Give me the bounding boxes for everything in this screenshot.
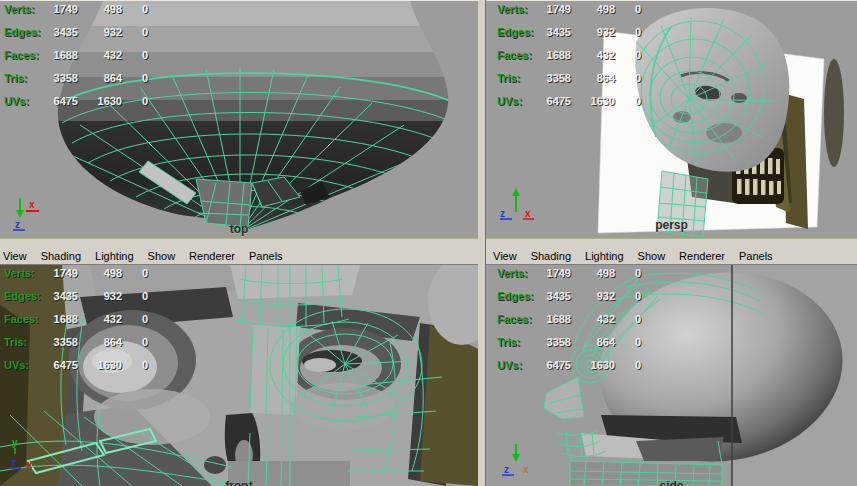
hud-value: 0: [623, 290, 641, 313]
axis-gizmo-persp: z x: [498, 186, 538, 222]
hud-row: UVs:647516300: [493, 95, 641, 118]
svg-text:x: x: [525, 208, 531, 219]
hud-value: 0: [623, 359, 641, 382]
menu-item-renderer[interactable]: Renderer: [182, 249, 242, 263]
hud-value: 1688: [52, 313, 78, 336]
svg-text:x: x: [523, 464, 529, 475]
menu-item-shading[interactable]: Shading: [524, 249, 578, 263]
hud-label: Faces:: [0, 313, 44, 336]
svg-text:z: z: [504, 464, 509, 475]
hud-value: 3435: [52, 290, 78, 313]
menu-item-panels[interactable]: Panels: [732, 249, 780, 263]
menu-item-panels[interactable]: Panels: [242, 249, 290, 263]
hud-value: 0: [130, 72, 148, 95]
hud-value: 932: [86, 26, 122, 49]
hud-value: 932: [86, 290, 122, 313]
hud-value: 0: [623, 26, 641, 49]
hud-row: Tris:33588640: [493, 336, 641, 359]
hud-label: Edges:: [493, 290, 537, 313]
hud-value: 0: [130, 95, 148, 118]
hud-row: Edges:34359320: [0, 26, 148, 49]
hud-row: Faces:16884320: [0, 49, 148, 72]
menu-item-view[interactable]: View: [486, 249, 524, 263]
menu-item-lighting[interactable]: Lighting: [578, 249, 631, 263]
hud-value: 0: [130, 3, 148, 26]
hud-value: 1630: [86, 359, 122, 382]
view-label-side: side: [486, 479, 857, 486]
hud-value: 0: [130, 267, 148, 290]
hud-value: 1749: [52, 3, 78, 26]
viewport-panel-front[interactable]: ViewShadingLightingShowRendererPanels: [0, 248, 478, 486]
svg-text:y: y: [12, 437, 18, 448]
panel-menubar: ViewShadingLightingShowRendererPanels: [0, 248, 478, 265]
hud-row: Tris:33588640: [0, 72, 148, 95]
hud-value: 0: [130, 290, 148, 313]
hud-row: UVs:647516300: [0, 95, 148, 118]
hud-row: Verts:17494980: [0, 3, 148, 26]
hud-value: 1630: [86, 95, 122, 118]
hud-label: Faces:: [493, 49, 537, 72]
hud-value: 864: [579, 72, 615, 95]
svg-text:z: z: [11, 457, 16, 468]
hud-row: Faces:16884320: [0, 313, 148, 336]
menu-item-renderer[interactable]: Renderer: [672, 249, 732, 263]
hud-row: Verts:17494980: [493, 3, 641, 26]
hud-value: 3358: [52, 336, 78, 359]
axis-gizmo-top: x z: [6, 194, 46, 232]
hud-row: Verts:17494980: [493, 267, 641, 290]
hud-value: 3435: [545, 290, 571, 313]
hud-label: Verts:: [493, 3, 537, 26]
hud-row: Edges:34359320: [0, 290, 148, 313]
hud-row: Edges:34359320: [493, 290, 641, 313]
polycount-hud: Verts:17494980Edges:34359320Faces:168843…: [493, 267, 641, 382]
hud-value: 1688: [52, 49, 78, 72]
view-label-front: front: [0, 479, 478, 486]
hud-label: Verts:: [493, 267, 537, 290]
hud-row: Edges:34359320: [493, 26, 641, 49]
hud-value: 0: [130, 336, 148, 359]
menu-item-show[interactable]: Show: [141, 249, 183, 263]
hud-value: 0: [623, 336, 641, 359]
hud-value: 932: [579, 290, 615, 313]
polycount-hud: Verts:17494980Edges:34359320Faces:168843…: [493, 3, 641, 118]
hud-value: 864: [579, 336, 615, 359]
hud-value: 0: [623, 95, 641, 118]
menu-item-view[interactable]: View: [0, 249, 34, 263]
hud-value: 432: [579, 313, 615, 336]
maya-four-view-workspace: Verts:17494980Edges:34359320Faces:168843…: [0, 0, 857, 486]
hud-value: 1749: [52, 267, 78, 290]
hud-row: Faces:16884320: [493, 313, 641, 336]
hud-label: Edges:: [0, 26, 44, 49]
hud-value: 1749: [545, 267, 571, 290]
viewport-panel-side[interactable]: ViewShadingLightingShowRendererPanels: [486, 248, 857, 486]
viewport-panel-top[interactable]: Verts:17494980Edges:34359320Faces:168843…: [0, 0, 478, 238]
hud-value: 6475: [545, 359, 571, 382]
menu-item-shading[interactable]: Shading: [34, 249, 88, 263]
hud-value: 3358: [545, 336, 571, 359]
hud-value: 0: [623, 72, 641, 95]
hud-value: 864: [86, 72, 122, 95]
hud-label: Verts:: [0, 3, 44, 26]
hud-row: Tris:33588640: [493, 72, 641, 95]
hud-value: 6475: [545, 95, 571, 118]
hud-label: Tris:: [0, 336, 44, 359]
hud-value: 0: [623, 49, 641, 72]
viewport-panel-persp[interactable]: Verts:17494980Edges:34359320Faces:168843…: [486, 0, 857, 238]
hud-label: UVs:: [0, 95, 44, 118]
svg-text:x: x: [27, 459, 33, 470]
view-label-persp: persp: [486, 218, 857, 232]
hud-value: 498: [86, 3, 122, 26]
hud-value: 3435: [545, 26, 571, 49]
hud-value: 0: [130, 359, 148, 382]
hud-value: 6475: [52, 359, 78, 382]
hud-label: Edges:: [0, 290, 44, 313]
menu-item-show[interactable]: Show: [631, 249, 673, 263]
menu-item-lighting[interactable]: Lighting: [88, 249, 141, 263]
hud-label: Faces:: [493, 313, 537, 336]
panel-divider-vertical[interactable]: [478, 0, 486, 486]
hud-value: 432: [579, 49, 615, 72]
hud-value: 6475: [52, 95, 78, 118]
hud-label: Tris:: [493, 72, 537, 95]
panel-divider-horizontal[interactable]: [0, 238, 857, 248]
hud-value: 1630: [579, 95, 615, 118]
